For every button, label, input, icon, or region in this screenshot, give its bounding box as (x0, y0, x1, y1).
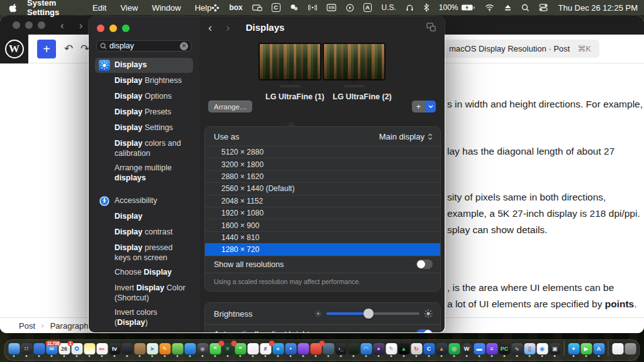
pinwheel-status-icon[interactable] (211, 4, 219, 12)
dock-icon-keynote[interactable] (184, 343, 196, 357)
dock-icon-webex[interactable]: ✦ (568, 343, 580, 357)
dock-icon-pycharm[interactable]: PC (499, 343, 511, 357)
resolution-row-1920×1080[interactable]: 1920 × 1080 (205, 207, 440, 219)
undo-icon[interactable]: ↶ (64, 42, 73, 55)
control-center-icon[interactable] (539, 4, 548, 11)
dock-icon-notes[interactable] (84, 343, 96, 357)
minimize-button[interactable] (109, 25, 117, 32)
dock-icon-app-store[interactable]: A (593, 343, 605, 357)
dock-icon-iphone-mirroring[interactable]: ▯ (524, 343, 536, 357)
dock-icon-purple-ball[interactable] (297, 343, 309, 357)
dock-icon-maps[interactable]: ➤ (147, 343, 158, 357)
display-thumbnail-1[interactable] (258, 43, 321, 87)
sidebar-item-choose-display[interactable]: Choose Display (95, 265, 193, 280)
dock-icon-app-utility[interactable] (33, 343, 45, 357)
sidebar-item-invert-display-color-shortcut[interactable]: Invert Display Color (Shortcut) (95, 281, 193, 305)
keyboard-input-icon[interactable]: A (364, 3, 372, 12)
sidebar-item-arrange-multiple-displays[interactable]: Arrange multiple displays (95, 161, 193, 185)
resolution-row-1600×900[interactable]: 1600 × 900 (205, 219, 440, 231)
dock-icon-finder[interactable] (8, 343, 20, 357)
dock-icon-screenshot[interactable]: ▣ (549, 343, 561, 357)
menu-bar-clock[interactable]: Thu Dec 26 12:25 PM (558, 3, 638, 13)
use-as-select[interactable]: Main display (379, 132, 433, 141)
dock-icon-facetime[interactable]: ▶ (580, 343, 592, 357)
dock-icon-reminders[interactable]: ≔ (96, 343, 108, 357)
search-input[interactable] (109, 41, 177, 50)
plus-icon[interactable]: + (412, 101, 425, 112)
breadcrumb-paragraph[interactable]: Paragraph (50, 321, 89, 331)
dock-icon-matlab[interactable]: ▲ (436, 343, 448, 357)
dock-icon-document[interactable] (612, 343, 624, 357)
dock-icon-blue-c[interactable]: C (423, 343, 435, 357)
dock-icon-red-app[interactable] (310, 343, 322, 357)
close-button[interactable] (97, 25, 104, 32)
apple-menu-icon[interactable] (9, 3, 18, 13)
dock-icon-zoom[interactable]: ▬ (474, 343, 486, 357)
dock-icon-dark-panel[interactable] (121, 343, 133, 357)
dock-icon-tan-app[interactable] (134, 343, 146, 357)
dock-icon-wordpress[interactable]: W (461, 343, 473, 357)
dock-icon-chrome[interactable]: ◉ (536, 343, 548, 357)
wifi-status-icon[interactable] (485, 4, 494, 11)
active-app-name[interactable]: System Settings (27, 0, 79, 17)
zoom-button[interactable] (122, 25, 130, 32)
displays-arrangement-icon[interactable] (426, 23, 436, 31)
resolution-row-1440×810[interactable]: 1440 × 810 (205, 231, 440, 243)
eject-status-icon[interactable] (504, 4, 512, 11)
dock-icon-mail[interactable]: ✉11,736 (46, 343, 58, 357)
sidebar-item-display-settings[interactable]: Display Settings (95, 121, 193, 136)
dock-icon-crystal-ball[interactable]: ● (373, 343, 385, 357)
hotspot-status-icon[interactable] (308, 4, 317, 11)
dock-icon-spectrum[interactable]: ▲ (398, 343, 410, 357)
sidebar-item-display-options[interactable]: Display Options (95, 89, 193, 104)
dock-icon-messages[interactable]: ❝ (209, 343, 221, 357)
sidebar-item-display-colors-and-calibration[interactable]: Display colors and calibration (95, 136, 193, 160)
dock-icon-blue-pin[interactable]: • (285, 343, 297, 357)
menu-help[interactable]: Help (195, 3, 212, 13)
sidebar-item-accessibility[interactable]: Accessibility (95, 194, 193, 209)
dock-icon-sync[interactable]: ↻ (411, 343, 423, 357)
settings-back-button[interactable]: ‹ (208, 21, 212, 33)
search-status-icon[interactable] (521, 4, 530, 12)
display-mirroring-icon[interactable] (252, 4, 262, 12)
dock-icon-white-card[interactable] (247, 343, 259, 357)
dock-icon-gray-dial[interactable]: ◉ (197, 343, 209, 357)
sidebar-item-display-brightness[interactable]: Display Brightness (95, 74, 193, 89)
dock-icon-wave-app[interactable]: ∿ (511, 343, 523, 357)
wordpress-logo[interactable]: W (0, 35, 28, 63)
headphones-status-icon[interactable] (406, 4, 414, 12)
resolution-row-5120×2880[interactable]: 5120 × 2880 (205, 146, 440, 158)
menu-edit[interactable]: Edit (92, 3, 106, 13)
browser-forward-button[interactable]: › (79, 20, 83, 31)
browser-minimize-button[interactable] (25, 21, 33, 29)
display-thumbnail-2[interactable] (323, 43, 386, 87)
battery-status[interactable]: 100% (439, 3, 475, 12)
play-status-icon[interactable] (346, 4, 354, 12)
clear-search-icon[interactable]: ✕ (180, 42, 188, 50)
input-source-label[interactable]: U.S. (381, 3, 396, 12)
add-display-button[interactable]: + (412, 101, 436, 112)
menu-window[interactable]: Window (152, 3, 180, 13)
browser-close-button[interactable] (13, 21, 20, 29)
sidebar-item-display-pressed-keys-on-screen[interactable]: Display pressed keys on screen (95, 241, 193, 265)
slider-knob[interactable] (364, 309, 374, 319)
dock-icon-terminal[interactable]: ›_ (335, 343, 347, 357)
dock-icon-launchpad[interactable]: ∷ (21, 343, 33, 357)
resolution-row-2880×1620[interactable]: 2880 × 1620 (205, 170, 440, 182)
dock-icon-trash[interactable] (625, 343, 636, 357)
dock-icon-apple-tv[interactable]: tv (109, 343, 121, 357)
bluetooth-status-icon[interactable] (423, 3, 430, 12)
chat-status-icon[interactable] (290, 4, 299, 11)
dock-icon-orange-editor[interactable]: ✎ (159, 343, 171, 357)
browser-back-button[interactable]: ‹ (60, 20, 64, 31)
show-all-resolutions-toggle[interactable] (416, 260, 433, 269)
add-block-button[interactable]: + (37, 40, 56, 58)
resolution-row-1280×720[interactable]: 1280 × 720 (205, 243, 440, 255)
auto-brightness-toggle[interactable] (416, 329, 433, 333)
chevron-down-icon[interactable] (425, 101, 436, 112)
menu-view[interactable]: View (120, 3, 138, 13)
sidebar-item-display-contrast[interactable]: Display contrast (95, 225, 193, 240)
dock-icon-green-ring[interactable]: ◎ (448, 343, 460, 357)
document-title-bar[interactable]: macOS Display Resolution · Post ⌘K (443, 40, 599, 58)
arrange-button[interactable]: Arrange… (208, 101, 252, 112)
